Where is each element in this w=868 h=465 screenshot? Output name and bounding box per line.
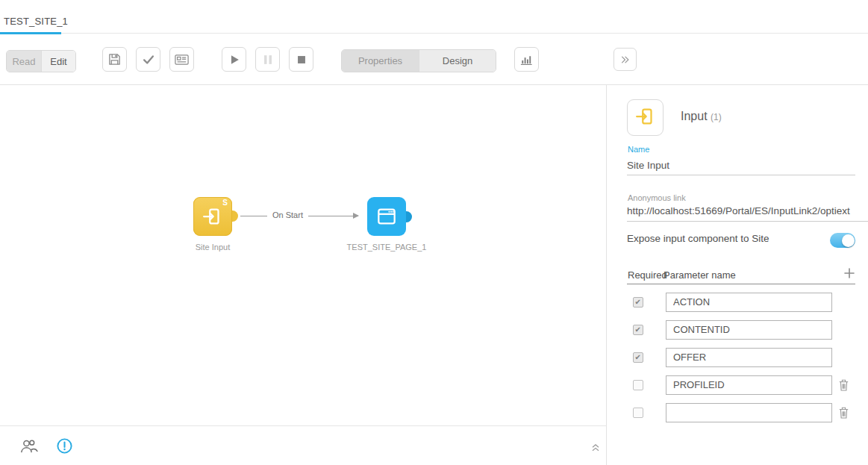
tab-bar: TEST_SITE_1 [0, 0, 868, 34]
required-column-header: Required [628, 269, 667, 281]
preview-button[interactable] [169, 47, 194, 72]
save-button[interactable] [102, 47, 127, 72]
flow-canvas[interactable]: S Site Input On Start [0, 85, 606, 465]
toolbar: Read Edit [0, 34, 868, 85]
component-type-label: Input [681, 110, 708, 122]
parameter-name-input[interactable] [666, 403, 832, 422]
stop-button[interactable] [289, 47, 313, 72]
toggle-knob [842, 234, 855, 247]
parameter-row [627, 347, 868, 367]
parameter-row [627, 292, 868, 312]
required-checkbox[interactable] [633, 325, 643, 335]
double-chevron-up-icon[interactable] [591, 442, 600, 455]
expose-toggle[interactable] [830, 233, 855, 248]
node-label: TEST_SITE_PAGE_1 [327, 243, 446, 252]
delete-parameter-button[interactable] [839, 379, 849, 391]
delete-parameter-button[interactable] [839, 407, 849, 419]
canvas-footer [0, 425, 606, 465]
component-icon-box [627, 99, 664, 136]
parameter-row [627, 375, 868, 395]
news-card-icon [174, 53, 190, 66]
name-input[interactable] [627, 156, 855, 175]
required-checkbox[interactable] [633, 380, 643, 390]
site-input-node[interactable]: S [193, 197, 232, 236]
people-icon[interactable] [19, 437, 39, 458]
run-button[interactable] [222, 47, 246, 72]
parameter-name-input[interactable] [666, 375, 832, 395]
edit-button[interactable]: Edit [41, 51, 75, 72]
site-page-node[interactable] [367, 197, 406, 236]
tab-test-site[interactable]: TEST_SITE_1 [0, 0, 72, 34]
output-port[interactable] [232, 210, 238, 222]
pause-icon [261, 53, 275, 66]
parameter-table-header: Required Parameter name [627, 269, 855, 284]
parameter-name-input[interactable] [666, 293, 832, 312]
parameter-name-input[interactable] [666, 348, 832, 367]
expand-toolbar-button[interactable] [613, 48, 637, 71]
pause-button[interactable] [255, 47, 280, 72]
parameter-name-input[interactable] [666, 320, 832, 340]
stop-icon [295, 53, 308, 66]
site-designer-app: TEST_SITE_1 Read Edit [0, 0, 868, 465]
check-icon [142, 53, 155, 66]
output-port[interactable] [406, 211, 412, 222]
trash-icon [839, 407, 849, 419]
plus-icon [844, 268, 855, 278]
read-button[interactable]: Read [7, 51, 41, 72]
properties-design-switch: Properties Design [341, 49, 496, 72]
required-checkbox[interactable] [633, 297, 643, 308]
read-edit-switch: Read Edit [6, 50, 76, 72]
validate-button[interactable] [136, 47, 160, 72]
required-checkbox[interactable] [633, 352, 643, 363]
tab-title: TEST_SITE_1 [4, 16, 68, 34]
parameter-row [627, 402, 868, 422]
input-door-arrow-icon [634, 105, 657, 131]
floppy-icon [107, 52, 122, 66]
tab-properties[interactable]: Properties [342, 50, 419, 72]
properties-panel: Input (1) Name Anonymous link http://loc… [607, 85, 868, 465]
connection-label: On Start [267, 210, 308, 219]
component-count: (1) [711, 112, 722, 122]
double-chevron-right-icon [619, 54, 631, 65]
parameter-rows [627, 292, 868, 430]
tab-design[interactable]: Design [419, 50, 496, 72]
bar-chart-icon [519, 53, 534, 66]
node-label: Site Input [160, 243, 265, 252]
parameter-name-column-header: Parameter name [664, 269, 736, 281]
parameter-row [627, 319, 868, 340]
connection-arrowhead [353, 213, 359, 219]
anonymous-link-label: Anonymous link [628, 193, 686, 202]
required-checkbox[interactable] [633, 408, 643, 418]
expose-toggle-label: Expose input component to Site [627, 233, 769, 244]
name-field-label: Name [628, 145, 649, 154]
exclamation-circle-icon[interactable] [56, 437, 73, 458]
trash-icon [839, 379, 849, 391]
panel-title: Input (1) [681, 110, 722, 123]
play-icon [228, 53, 241, 66]
statistics-button[interactable] [514, 47, 539, 72]
anonymous-link-value[interactable]: http://localhost:51669/Portal/ES/InputLi… [627, 205, 868, 222]
add-parameter-button[interactable] [843, 266, 856, 280]
